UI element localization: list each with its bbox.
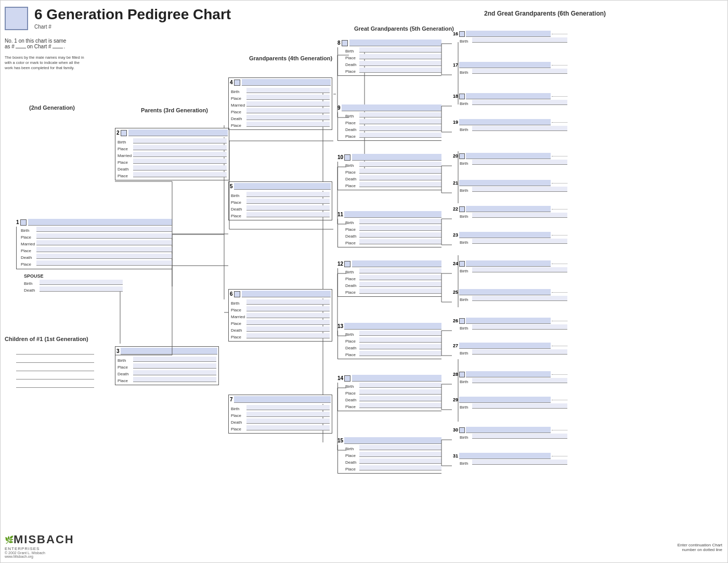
page-title: 6 Generation Pedigree Chart [34,7,231,23]
person-14: 14 Birth Place Death Place [337,375,441,411]
person-9: 9 Birth Place Death Place [337,104,441,141]
gen5-label: Great Grandparents (5th Generation) [354,25,454,32]
person-6: 6 Birth Place Married Place Death Place [228,289,332,342]
gen3-label: Parents (3rd Generation) [141,107,208,113]
person-11: 11 Birth Place Death Place [337,211,441,247]
person-2: 2 Birth Place Married Place Death Place [115,128,229,180]
person-27: 27 Birth [453,343,567,356]
person-1-name[interactable] [28,219,172,226]
person-28: 28 Birth [453,371,567,385]
person-19: 19 Birth [453,119,567,133]
person-3: 3 Birth Place Death Place [115,346,219,385]
person-4: 4 Birth Place Married Place Death Place [228,77,332,130]
no-one-note: No. 1 on this chart is same as # on Char… [5,38,66,49]
person-1-num: 1 [16,219,19,225]
spouse-label: SPOUSE [24,273,172,279]
person-5: 5 Birth Place Death Place [228,181,332,220]
person-15: 15 Birth Place Death Place [337,437,441,474]
person-22: 22 Birth [453,206,567,219]
fill-note: The boxes by the male names may be fille… [5,55,85,70]
person-29: 29 Birth [453,397,567,410]
person-31: 31 Birth [453,453,567,466]
footer-enterprises: ENTERPRISES [5,546,74,551]
person-12: 12 Birth Place Death Place [337,260,441,297]
children-lines [16,354,94,396]
person-20: 20 Birth [453,153,567,166]
chart-icon [5,7,28,30]
footer: 🌿 MISBACH ENTERPRISES © 2002 Grant L. Mi… [5,533,74,558]
person-18: 18 Birth [453,93,567,107]
person-1-box [20,219,27,226]
gen2-label: (2nd Generation) [29,104,75,111]
person-21: 21 Birth [453,180,567,193]
person-7: 7 Birth Place Death Place [228,395,332,434]
person-30: 30 Birth [453,427,567,440]
person-25: 25 Birth [453,289,567,303]
continuation-note: Enter continuation Chart number on dotte… [678,543,722,552]
person-13: 13 Birth Place Death Place [337,323,441,359]
person-10: 10 Birth Place Death Place [337,154,441,190]
footer-logo: MISBACH [14,533,74,546]
gen6-label: 2nd Great Grandparents (6th Generation) [484,10,606,17]
person-8: 8 Birth Place Death Place [337,40,441,76]
gen1-label: Children of #1 (1st Generation) [5,336,88,342]
person-16: 16 Birth [453,31,567,44]
person-23: 23 Birth [453,232,567,245]
person-24: 24 Birth [453,260,567,274]
person-1: 1 Birth Place Married Place Death Place … [16,219,172,293]
footer-url: www.Misbach.org [5,555,74,558]
chart-num: Chart # [34,24,231,30]
person-17: 17 Birth [453,62,567,75]
gen4-label: Grandparents (4th Generation) [249,55,332,61]
person-26: 26 Birth [453,318,567,331]
pedigree-chart: 6 Generation Pedigree Chart Chart # No. … [0,0,728,563]
footer-copyright: © 2002 Grant L. Misbach [5,551,74,555]
